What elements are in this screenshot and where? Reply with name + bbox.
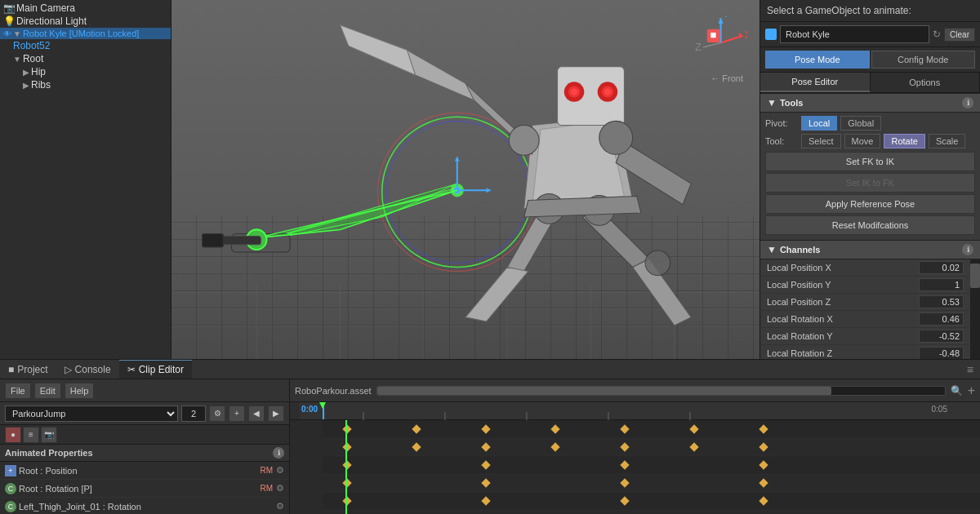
channel-row-0: Local Position X [760, 259, 970, 277]
gear-1[interactable]: ⚙ [276, 483, 284, 494]
channel-value-4[interactable] [919, 330, 964, 343]
layers-btn[interactable]: ≡ [23, 427, 39, 443]
select-tool-button[interactable]: Select [801, 134, 841, 148]
gear-0[interactable]: ⚙ [276, 465, 284, 476]
timeline-zoom-icon[interactable]: + [968, 383, 975, 398]
hierarchy-label-ribs: Ribs [31, 79, 51, 91]
options-tab[interactable]: Options [871, 73, 981, 92]
config-mode-button[interactable]: Config Mode [871, 51, 976, 69]
anim-name-row: ParkourJump ⚙ + ◀ ▶ [0, 402, 289, 425]
project-tab[interactable]: ■ Project [0, 360, 56, 379]
animation-count[interactable] [181, 405, 206, 422]
global-button[interactable]: Global [840, 116, 881, 131]
tools-arrow: ▼ [767, 97, 777, 109]
record-btn[interactable]: ● [5, 427, 21, 443]
channel-value-2[interactable] [919, 295, 964, 308]
clip-editor-tab[interactable]: ✂ Clip Editor [119, 360, 192, 379]
mode-row: Pose Mode Config Mode [760, 47, 980, 73]
move-tool-button[interactable]: Move [844, 134, 881, 148]
svg-marker-47 [256, 190, 457, 237]
gizmo-icon[interactable]: X Y Z ■ [694, 16, 747, 69]
tools-title: Tools [780, 98, 804, 108]
hierarchy-item-root[interactable]: ▼ Root [0, 52, 171, 65]
camera-btn[interactable]: 📷 [41, 427, 57, 443]
robot-viewport-svg [172, 0, 760, 359]
bottom-tabs-menu-icon[interactable]: ≡ [967, 363, 973, 376]
anim-prop-label-2: Left_Thigh_Joint_01 : Rotation [19, 502, 276, 512]
timeline-scrollbar-container [376, 386, 946, 396]
hierarchy-item-hip[interactable]: ▶ Hip [0, 65, 171, 78]
anim-prop-list: + Root : Position RM ⚙ C Root : Rotation… [0, 462, 289, 514]
apply-ref-pose-button[interactable]: Apply Reference Pose [765, 194, 975, 214]
viewport[interactable]: ← Front X Y Z ■ [172, 0, 760, 359]
timeline-scrollbar[interactable] [376, 386, 946, 396]
svg-marker-29 [341, 25, 416, 75]
console-tab[interactable]: ▷ Console [56, 360, 119, 379]
timeline-search-icon[interactable]: 🔍 [951, 385, 963, 397]
animation-name-select[interactable]: ParkourJump [5, 405, 178, 422]
svg-text:Y: Y [723, 16, 730, 20]
pose-editor-tab[interactable]: Pose Editor [760, 73, 871, 92]
timeline-panel: RoboParkour.asset 🔍 + 0:00 0:05 [290, 379, 980, 514]
svg-point-37 [509, 125, 539, 155]
svg-text:Z: Z [695, 41, 702, 53]
hierarchy-item-robot[interactable]: 👁 ▼ Robot Kyle [UMotion Locked] [0, 28, 171, 39]
bottom-area: ■ Project ▷ Console ✂ Clip Editor ≡ File… [0, 359, 980, 514]
pose-mode-button[interactable]: Pose Mode [765, 51, 870, 69]
right-panel: Select a GameObject to animate: ↻ Clear … [760, 0, 980, 359]
anim-props-info[interactable]: ℹ [273, 447, 284, 459]
bottom-tabs: ■ Project ▷ Console ✂ Clip Editor ≡ [0, 360, 980, 379]
channels-scrollbar[interactable] [970, 259, 980, 359]
set-ik-fk-button[interactable]: Set IK to FK [765, 173, 975, 193]
console-tab-icon: ▷ [65, 364, 72, 375]
clear-button[interactable]: Clear [944, 28, 975, 42]
prev-frame-btn[interactable]: ◀ [248, 405, 265, 422]
animated-props-title: Animated Properties [5, 448, 93, 458]
svg-text:X: X [745, 29, 747, 41]
gameobject-input[interactable] [780, 25, 929, 43]
gear-2[interactable]: ⚙ [276, 501, 284, 512]
hierarchy-item-camera[interactable]: 📷 Main Camera [0, 2, 171, 15]
help-menu[interactable]: Help [65, 383, 95, 399]
hierarchy-label-root: Root [23, 53, 43, 64]
gameobject-row: ↻ Clear [760, 22, 980, 47]
expand-arrow-root: ▼ [13, 55, 21, 64]
bottom-tabs-right: ≡ [192, 363, 980, 376]
channel-value-3[interactable] [919, 312, 964, 326]
file-menu[interactable]: File [5, 383, 31, 399]
expand-arrow-robot: ▼ [13, 29, 21, 38]
channels-info-icon[interactable]: ℹ [962, 244, 973, 255]
hierarchy-label-robot52: Robot52 [13, 40, 50, 51]
channel-value-1[interactable] [919, 278, 964, 291]
reset-mods-button[interactable]: Reset Modifcations [765, 215, 975, 235]
settings-icon-btn[interactable]: ⚙ [209, 405, 225, 422]
svg-marker-43 [487, 188, 491, 193]
tools-info-icon[interactable]: ℹ [962, 97, 973, 109]
rm-badge-0: RM [260, 466, 273, 475]
channels-body: Local Position X Local Position Y Local … [760, 259, 980, 359]
scale-tool-button[interactable]: Scale [929, 134, 966, 148]
edit-menu[interactable]: Edit [34, 383, 61, 399]
rotate-tool-button[interactable]: Rotate [884, 134, 924, 148]
refresh-icon[interactable]: ↻ [933, 29, 941, 40]
local-button[interactable]: Local [801, 116, 837, 131]
channel-value-5[interactable] [919, 347, 964, 359]
hierarchy-item-robot52[interactable]: Robot52 [0, 39, 171, 52]
gameobject-header-label: Select a GameObject to animate: [767, 5, 911, 16]
set-fk-ik-button[interactable]: Set FK to IK [765, 152, 975, 171]
tool-label: Tool: [765, 136, 798, 146]
tools-section-header: ▼ Tools ℹ [760, 93, 980, 113]
channels-scrollbar-thumb[interactable] [970, 264, 980, 288]
add-frame-btn[interactable]: + [229, 405, 245, 422]
channel-value-0[interactable] [919, 261, 964, 274]
anim-prop-label-1: Root : Rotation [P] [19, 484, 260, 494]
hierarchy-item-ribs[interactable]: ▶ Ribs [0, 78, 171, 91]
svg-point-23 [571, 88, 577, 95]
timeline-scrollbar-thumb[interactable] [377, 387, 831, 395]
expand-arrow-ribs: ▶ [23, 81, 29, 90]
hierarchy-item-light[interactable]: 💡 Directional Light [0, 15, 171, 28]
next-frame-btn[interactable]: ▶ [268, 405, 284, 422]
svg-line-51 [721, 36, 743, 43]
project-tab-label: Project [17, 364, 47, 375]
track-area [290, 420, 980, 514]
